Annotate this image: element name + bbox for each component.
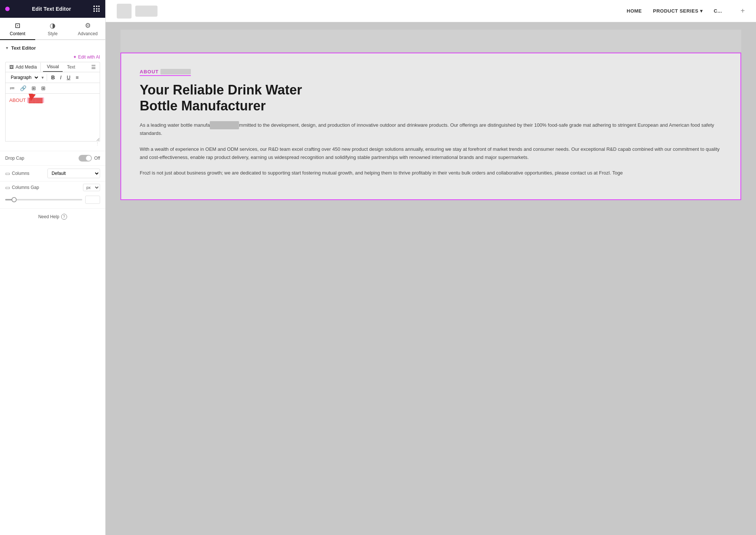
- tab-advanced-label: Advanced: [78, 31, 97, 36]
- editor-area: ✦ Edit with AI 🖼 Add Media Visual Text ☰…: [0, 54, 105, 151]
- blurred-text: ▓▓▓▓: [27, 97, 44, 103]
- editor-top-toolbar: 🖼 Add Media Visual Text ☰: [5, 62, 100, 72]
- nav-logo: [117, 4, 132, 19]
- paragraph-select[interactable]: Paragraph Heading 1 Heading 2 Heading 3: [8, 74, 39, 81]
- ai-edit-button[interactable]: ✦ Edit with AI: [73, 54, 100, 60]
- nav-more[interactable]: C...: [714, 8, 722, 14]
- columns-gap-slider-row: [0, 193, 105, 208]
- editor-extra-toolbar: ≔ 🔗 ⊞ ⊞: [5, 83, 100, 93]
- columns-icon: ▭: [5, 170, 10, 176]
- toolbar-tab-visual[interactable]: Visual: [43, 62, 62, 72]
- italic-button[interactable]: I: [58, 74, 63, 81]
- columns-gap-label-area: ▭ Columns Gap: [5, 185, 80, 190]
- body-paragraph-2: With a wealth of experience in OEM and O…: [140, 145, 722, 162]
- editor-text-content: ABOUT ▓▓▓▓: [9, 97, 44, 103]
- sidebar-collapse-handle[interactable]: ‹: [105, 260, 106, 275]
- help-icon[interactable]: ?: [61, 214, 67, 220]
- nav-home[interactable]: HOME: [627, 8, 642, 14]
- nav-dropdown-icon: ▾: [700, 8, 703, 14]
- blurred-1: ▓▓: [210, 121, 239, 129]
- tab-style-label: Style: [48, 31, 58, 36]
- add-media-label: Add Media: [16, 64, 37, 70]
- nav-links: HOME PRODUCT SERIES ▾ C... +: [627, 7, 745, 15]
- sidebar-header: Edit Text Editor: [0, 0, 105, 18]
- main-content: HOME PRODUCT SERIES ▾ C... + ABOUT ▓▓▓▓ …: [106, 0, 756, 535]
- ai-edit-row: ✦ Edit with AI: [5, 54, 100, 60]
- hamburger-menu-icon[interactable]: [93, 6, 100, 12]
- format-divider: [47, 74, 47, 81]
- advanced-tab-icon: ⚙: [85, 21, 91, 30]
- need-help-row: Need Help ?: [0, 208, 105, 225]
- toolbar-list-icon[interactable]: ☰: [87, 62, 100, 72]
- table-button[interactable]: ⊞: [39, 84, 47, 92]
- toolbar-tab-text[interactable]: Text: [63, 63, 79, 72]
- content-tab-icon: ⊡: [15, 21, 20, 30]
- style-tab-icon: ◑: [50, 21, 56, 30]
- columns-gap-label: Columns Gap: [12, 185, 39, 190]
- add-media-icon: 🖼: [9, 64, 14, 70]
- columns-label: Columns: [12, 171, 29, 176]
- nav-product-series[interactable]: PRODUCT SERIES ▾: [653, 8, 703, 14]
- slider-track[interactable]: [5, 199, 82, 200]
- text-editor-section-header[interactable]: ▼ Text Editor: [0, 40, 105, 54]
- resize-handle[interactable]: ⋮: [5, 142, 100, 146]
- columns-gap-icon: ▭: [5, 185, 10, 190]
- nav-logo-area: [117, 4, 158, 19]
- top-navigation: HOME PRODUCT SERIES ▾ C... +: [106, 0, 756, 22]
- link-button[interactable]: 🔗: [18, 84, 28, 92]
- nav-brand: [135, 6, 158, 17]
- section-title: Text Editor: [11, 45, 36, 51]
- columns-label-area: ▭ Columns: [5, 170, 44, 176]
- visual-text-tabs: Visual Text: [41, 62, 87, 72]
- slider-container: [5, 196, 100, 204]
- editor-content[interactable]: ABOUT ▓▓▓▓: [5, 93, 100, 142]
- drop-cap-label: Drop Cap: [5, 156, 76, 161]
- need-help-label: Need Help: [38, 214, 59, 219]
- page-top-section: [120, 30, 741, 52]
- fullscreen-button[interactable]: ⊞: [30, 84, 38, 92]
- slider-thumb[interactable]: [11, 197, 17, 202]
- panel-tabs: ⊡ Content ◑ Style ⚙ Advanced: [0, 18, 105, 40]
- about-label: ABOUT ▓▓▓▓: [140, 69, 191, 76]
- ordered-list-button[interactable]: ≔: [8, 84, 17, 92]
- underline-button[interactable]: U: [65, 74, 72, 81]
- drop-cap-row: Drop Cap Off: [0, 151, 105, 165]
- tab-style[interactable]: ◑ Style: [35, 18, 70, 40]
- dropdown-arrow-icon: ▼: [41, 76, 44, 80]
- slider-value-input[interactable]: [85, 196, 100, 204]
- section-collapse-icon: ▼: [5, 46, 9, 50]
- canvas-area: ABOUT ▓▓▓▓ Your Reliable Drink WaterBott…: [106, 22, 756, 535]
- sidebar-title: Edit Text Editor: [32, 6, 71, 12]
- sidebar: Edit Text Editor ⊡ Content ◑ Style ⚙ Adv…: [0, 0, 106, 535]
- list-button[interactable]: ≡: [74, 74, 80, 81]
- columns-row: ▭ Columns Default 2 3 4: [0, 165, 105, 181]
- toggle-track[interactable]: [79, 155, 92, 162]
- toggle-state-label: Off: [94, 156, 100, 161]
- columns-gap-row: ▭ Columns Gap px em %: [0, 181, 105, 193]
- bold-button[interactable]: B: [49, 74, 57, 81]
- drop-cap-toggle[interactable]: Off: [79, 155, 100, 162]
- about-section: ABOUT ▓▓▓▓ Your Reliable Drink WaterBott…: [120, 53, 741, 200]
- unit-select[interactable]: px em %: [83, 184, 100, 191]
- tab-content[interactable]: ⊡ Content: [0, 18, 35, 40]
- nav-add-icon[interactable]: +: [740, 7, 745, 15]
- toggle-thumb: [86, 156, 91, 161]
- body-paragraph-1: As a leading water bottle manufa▓▓mmitte…: [140, 121, 722, 137]
- circle-dot-icon: [5, 7, 10, 11]
- tab-advanced[interactable]: ⚙ Advanced: [70, 18, 105, 40]
- add-media-button[interactable]: 🖼 Add Media: [6, 63, 41, 72]
- body-paragraph-3: Frozl is not just about business growth;…: [140, 169, 722, 177]
- about-blurred: ▓▓▓▓: [160, 69, 191, 74]
- main-heading: Your Reliable Drink WaterBottle Manufact…: [140, 82, 722, 114]
- tab-content-label: Content: [10, 31, 25, 36]
- editor-format-toolbar: Paragraph Heading 1 Heading 2 Heading 3 …: [5, 72, 100, 83]
- columns-select[interactable]: Default 2 3 4: [47, 169, 100, 178]
